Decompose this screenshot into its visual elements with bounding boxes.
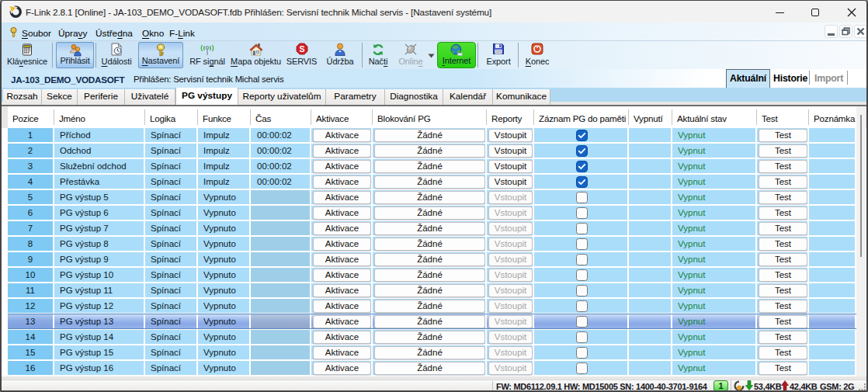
svg-text:S: S (299, 44, 304, 54)
